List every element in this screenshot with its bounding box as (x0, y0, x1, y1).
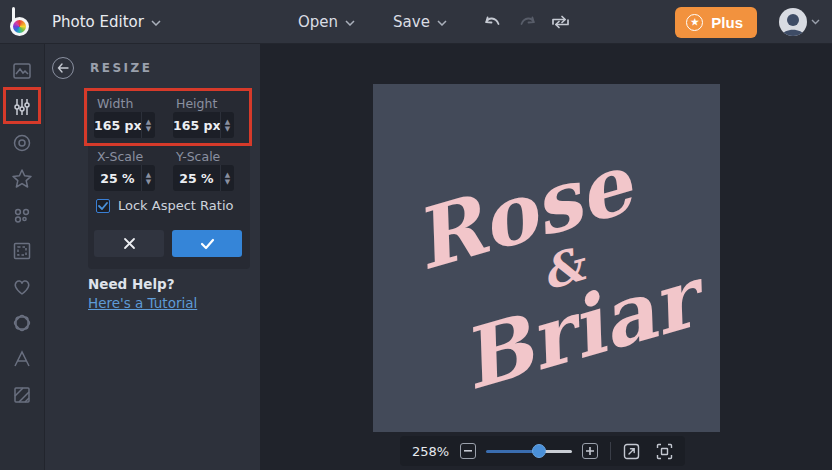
sidebar-item-textures texture-icon[interactable] (4, 377, 40, 413)
image-artboard[interactable]: Rose & Briar (373, 84, 720, 432)
chevron-down-icon (345, 20, 355, 26)
stepper-up-icon[interactable]: ▲ (146, 119, 151, 125)
save-menu[interactable]: Save (393, 13, 447, 31)
top-bar: Photo Editor Open Save (0, 0, 832, 44)
undo-icon[interactable] (483, 14, 503, 30)
checkbox-checked-icon[interactable] (96, 199, 110, 213)
open-label: Open (298, 13, 338, 31)
height-stepper[interactable]: ▲ ▼ (220, 112, 234, 138)
lock-aspect-ratio-toggle[interactable]: Lock Aspect Ratio (96, 198, 233, 213)
sidebar-item-adjust sliders-icon[interactable] (4, 89, 40, 125)
stepper-down-icon[interactable]: ▼ (146, 126, 151, 132)
yscale-stepper[interactable]: ▲ ▼ (220, 165, 234, 191)
save-label: Save (393, 13, 430, 31)
sidebar-item-effects star-icon[interactable] (4, 161, 40, 197)
back-button arrow-left-icon[interactable] (52, 57, 74, 79)
resize-controls-card: Width Height ▲ ▼ ▲ ▼ X-Scale (88, 88, 250, 269)
yscale-input[interactable] (173, 165, 220, 191)
stepper-down-icon[interactable]: ▼ (146, 179, 151, 185)
redo-icon[interactable] (517, 14, 537, 30)
width-input[interactable] (94, 112, 141, 138)
reset-swap-icon[interactable] (551, 14, 570, 30)
open-menu[interactable]: Open (298, 13, 355, 31)
tutorial-link[interactable]: Here's a Tutorial (88, 295, 197, 311)
chevron-down-icon (437, 20, 447, 26)
zoom-out-button minus-icon[interactable] (460, 443, 476, 459)
width-field: ▲ ▼ (94, 112, 155, 138)
file-actions-group: Open Save (298, 0, 570, 44)
chevron-down-icon (811, 19, 820, 25)
sidebar-item-graphics badge-icon[interactable] (4, 305, 40, 341)
stepper-down-icon[interactable]: ▼ (225, 126, 230, 132)
plus-label: Plus (711, 14, 743, 31)
app-switcher-menu[interactable]: Photo Editor (52, 13, 161, 31)
sidebar-item-touchup eye-icon[interactable] (4, 125, 40, 161)
sidebar-item-artsy circles-icon[interactable] (4, 197, 40, 233)
avatar (779, 8, 807, 36)
height-label: Height (176, 96, 217, 111)
panel-title: RESIZE (90, 61, 152, 75)
cancel-button x-icon[interactable] (94, 230, 164, 257)
apply-button check-icon[interactable] (172, 230, 242, 257)
sidebar-item-overlays heart-icon[interactable] (4, 269, 40, 305)
befunky-logo-icon[interactable] (9, 7, 35, 37)
zoom-slider-handle[interactable] (532, 444, 546, 458)
toolbar-divider (610, 442, 611, 460)
zoom-in-button plus-icon[interactable] (582, 443, 598, 459)
need-help-heading: Need Help? (88, 276, 175, 292)
yscale-label: Y-Scale (176, 149, 220, 164)
zoom-toolbar: 258% (400, 436, 685, 466)
fit-to-screen-icon[interactable] (656, 443, 673, 460)
open-in-new-window-icon[interactable] (623, 443, 640, 460)
sidebar-item-frames frame-icon[interactable] (4, 233, 40, 269)
height-field: ▲ ▼ (173, 112, 234, 138)
sidebar-item-edit image-icon[interactable] (4, 53, 40, 89)
photo-editor-app: Photo Editor Open Save (0, 0, 832, 470)
plus-upgrade-button[interactable]: ★ Plus (675, 7, 757, 38)
zoom-slider[interactable] (486, 444, 573, 458)
xscale-label: X-Scale (97, 149, 143, 164)
stepper-up-icon[interactable]: ▲ (225, 172, 230, 178)
app-switcher-label: Photo Editor (52, 13, 144, 31)
canvas-area[interactable]: Rose & Briar 258% (260, 44, 832, 470)
tools-sidebar (0, 44, 45, 470)
stepper-up-icon[interactable]: ▲ (225, 119, 230, 125)
history-group (483, 14, 570, 30)
yscale-field: ▲ ▼ (173, 165, 234, 191)
xscale-input[interactable] (94, 165, 141, 191)
width-stepper[interactable]: ▲ ▼ (141, 112, 155, 138)
star-icon: ★ (686, 14, 703, 31)
stepper-up-icon[interactable]: ▲ (146, 172, 151, 178)
height-input[interactable] (173, 112, 220, 138)
width-label: Width (97, 96, 133, 111)
sidebar-item-text text-icon[interactable] (4, 341, 40, 377)
resize-panel: RESIZE Width Height ▲ ▼ ▲ ▼ (45, 44, 260, 470)
xscale-field: ▲ ▼ (94, 165, 155, 191)
stepper-down-icon[interactable]: ▼ (225, 179, 230, 185)
lock-aspect-ratio-label: Lock Aspect Ratio (118, 198, 233, 213)
xscale-stepper[interactable]: ▲ ▼ (141, 165, 155, 191)
chevron-down-icon (151, 20, 161, 26)
user-menu[interactable] (779, 8, 820, 36)
account-group: ★ Plus (675, 0, 820, 44)
zoom-level: 258% (412, 444, 450, 459)
